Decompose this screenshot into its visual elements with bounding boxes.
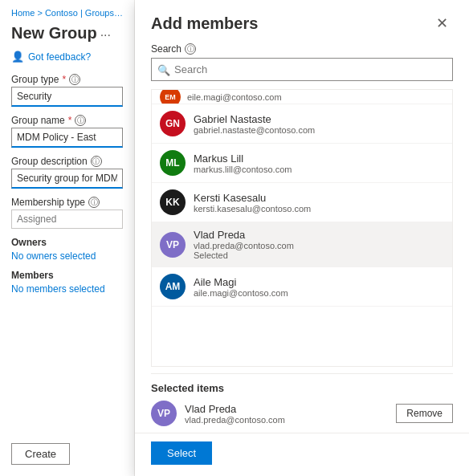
required-star: * <box>62 74 66 85</box>
member-email: kersti.kasesalu@contoso.com <box>194 204 311 214</box>
member-info: Markus Lillmarkus.lill@contoso.com <box>194 153 292 174</box>
group-type-info-icon[interactable]: ⓘ <box>69 74 80 85</box>
avatar: AM <box>160 274 186 299</box>
members-section: Members No members selected <box>11 270 123 295</box>
group-name-label: Group name * ⓘ <box>11 115 123 126</box>
membership-type-label: Membership type ⓘ <box>11 197 123 208</box>
select-button[interactable]: Select <box>151 441 212 465</box>
avatar: GN <box>160 111 186 136</box>
selected-member-row: VP Vlad Preda vlad.preda@contoso.com Rem… <box>151 401 453 426</box>
group-description-section: Group description ⓘ <box>11 156 123 189</box>
member-name: Aile Magi <box>194 276 288 288</box>
member-email: markus.lill@contoso.com <box>194 165 292 174</box>
list-item[interactable]: MLMarkus Lillmarkus.lill@contoso.com <box>152 144 452 183</box>
dialog-body: Search ⓘ 🔍 EMeile.magi@contoso.comGNGabr… <box>135 43 469 433</box>
members-link[interactable]: No members selected <box>11 283 105 295</box>
group-type-label: Group type * ⓘ <box>11 74 123 85</box>
members-label: Members <box>11 270 123 281</box>
feedback-link[interactable]: 👤 Got feedback? <box>11 51 123 63</box>
search-icon: 🔍 <box>157 63 170 75</box>
group-description-input[interactable] <box>11 169 123 189</box>
group-name-input[interactable] <box>11 128 123 148</box>
selected-member-info: VP Vlad Preda vlad.preda@contoso.com <box>151 401 285 426</box>
dialog-close-button[interactable]: ✕ <box>431 13 453 34</box>
list-item[interactable]: AMAile Magiaile.magi@contoso.com <box>152 267 452 307</box>
selected-member-avatar: VP <box>151 401 177 426</box>
member-info: Kersti Kasesalukersti.kasesalu@contoso.c… <box>194 192 311 214</box>
member-name: Kersti Kasesalu <box>194 192 311 204</box>
avatar: EM <box>160 90 181 104</box>
page-title: New Group <box>11 24 97 43</box>
group-type-input[interactable] <box>11 87 123 107</box>
selected-member-name: Vlad Preda <box>185 403 285 415</box>
group-description-info-icon[interactable]: ⓘ <box>91 156 102 167</box>
avatar: VP <box>160 232 186 258</box>
required-star-name: * <box>68 115 72 126</box>
search-info-icon[interactable]: ⓘ <box>185 43 196 55</box>
list-item-partial[interactable]: EMeile.magi@contoso.com <box>152 90 452 104</box>
group-name-info-icon[interactable]: ⓘ <box>75 115 86 126</box>
member-name: Markus Lill <box>194 153 292 165</box>
selected-member-email: vlad.preda@contoso.com <box>185 415 285 425</box>
member-info: Gabriel Nastastegabriel.nastaste@contoso… <box>194 113 315 135</box>
add-members-dialog: Add members ✕ Search ⓘ 🔍 EMeile.magi@con… <box>135 0 469 476</box>
selected-label: Selected <box>194 250 294 260</box>
group-description-label: Group description ⓘ <box>11 156 123 167</box>
create-button[interactable]: Create <box>11 443 70 465</box>
member-info: Aile Magiaile.magi@contoso.com <box>194 276 288 298</box>
owners-label: Owners <box>11 237 123 248</box>
dialog-header: Add members ✕ <box>135 0 469 43</box>
member-email: vlad.preda@contoso.com <box>194 241 294 250</box>
member-name: Vlad Preda <box>194 229 294 241</box>
group-name-section: Group name * ⓘ <box>11 115 123 148</box>
owners-link[interactable]: No owners selected <box>11 250 96 262</box>
avatar: ML <box>160 150 186 176</box>
membership-type-input[interactable] <box>11 210 123 229</box>
search-input-wrap: 🔍 <box>151 58 453 81</box>
member-info: Vlad Predavlad.preda@contoso.comSelected <box>194 229 294 260</box>
list-item[interactable]: KKKersti Kasesalukersti.kasesalu@contoso… <box>152 183 452 222</box>
feedback-label: Got feedback? <box>28 51 91 63</box>
group-type-section: Group type * ⓘ <box>11 74 123 107</box>
selected-member-details: Vlad Preda vlad.preda@contoso.com <box>185 403 285 425</box>
selected-items-section: Selected items VP Vlad Preda vlad.preda@… <box>151 373 453 433</box>
list-item[interactable]: GNGabriel Nastastegabriel.nastaste@conto… <box>152 104 452 144</box>
dialog-footer: Select <box>135 433 469 476</box>
dialog-title: Add members <box>151 14 258 33</box>
member-email: aile.magi@contoso.com <box>194 288 288 298</box>
avatar: KK <box>160 189 186 215</box>
list-item[interactable]: VPVlad Predavlad.preda@contoso.comSelect… <box>152 222 452 267</box>
member-email: gabriel.nastaste@contoso.com <box>194 125 315 135</box>
remove-button[interactable]: Remove <box>396 404 453 423</box>
more-options-icon[interactable]: ··· <box>100 28 111 43</box>
owners-section: Owners No owners selected <box>11 237 123 262</box>
feedback-icon: 👤 <box>11 51 24 63</box>
membership-type-section: Membership type ⓘ <box>11 197 123 229</box>
selected-items-title: Selected items <box>151 382 453 394</box>
left-panel: Home > Contoso | Groups > Gr... New Grou… <box>0 0 135 476</box>
members-list: EMeile.magi@contoso.comGNGabriel Nastast… <box>151 89 453 367</box>
membership-type-info-icon[interactable]: ⓘ <box>88 197 100 208</box>
search-input[interactable] <box>151 58 453 81</box>
search-label: Search ⓘ <box>151 43 453 55</box>
breadcrumb[interactable]: Home > Contoso | Groups > Gr... <box>11 8 123 18</box>
member-name: Gabriel Nastaste <box>194 113 315 125</box>
